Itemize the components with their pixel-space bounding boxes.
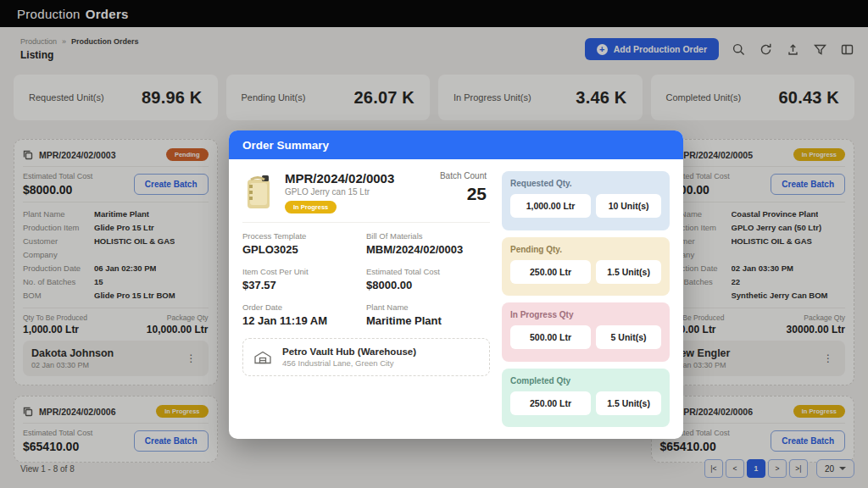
field-estimated-total-cost: Estimated Total Cost $8000.00 xyxy=(366,267,490,291)
qty-pill: 250.00 Ltr xyxy=(510,260,591,284)
panel-label: Pending Qty. xyxy=(510,245,661,254)
units-pill: 10 Unit(s) xyxy=(596,194,661,218)
qty-pill: 1,000.00 Ltr xyxy=(510,194,591,218)
jerry-can-product-image xyxy=(242,171,276,212)
warehouse-box: Petro Vault Hub (Warehouse) 456 Industri… xyxy=(242,338,490,376)
field-bill-of-materials: Bill Of Materials MBM/2024/02/0003 xyxy=(366,231,490,256)
modal-status-badge: In Progress xyxy=(285,201,337,214)
field-order-date: Order Date 12 Jan 11:19 AM xyxy=(242,302,366,327)
warehouse-name: Petro Vault Hub (Warehouse) xyxy=(282,347,416,357)
field-label: Item Cost Per Unit xyxy=(242,267,366,276)
warehouse-address: 456 Industrial Lane, Green City xyxy=(282,358,416,368)
field-value: Maritime Plant xyxy=(366,314,490,327)
modal-product-name: GPLO Jerry can 15 Ltr xyxy=(285,187,431,197)
warehouse-icon xyxy=(253,350,272,365)
field-value: MBM/2024/02/0003 xyxy=(366,243,490,256)
qty-pill: 500.00 Ltr xyxy=(510,325,591,349)
completed-qty-panel: Completed Qty 250.00 Ltr 1.5 Unit(s) xyxy=(502,369,670,428)
units-pill: 1.5 Unit(s) xyxy=(596,391,661,415)
field-value: $37.57 xyxy=(242,279,366,291)
qty-pill: 250.00 Ltr xyxy=(510,391,591,415)
field-value: GPLO3025 xyxy=(242,243,366,256)
requested-qty-panel: Requested Qty. 1,000.00 Ltr 10 Unit(s) xyxy=(502,171,670,230)
panel-label: Requested Qty. xyxy=(510,179,661,188)
batch-count-label: Batch Count xyxy=(440,171,487,180)
order-summary-modal: Order Summary MPR/2024/02/0003 xyxy=(229,130,683,439)
field-value: $8000.00 xyxy=(366,279,490,291)
modal-order-code: MPR/2024/02/0003 xyxy=(285,171,431,186)
pending-qty-panel: Pending Qty. 250.00 Ltr 1.5 Unit(s) xyxy=(502,237,670,297)
production-orders-screen: Production Orders Production » Productio… xyxy=(0,0,868,488)
field-label: Estimated Total Cost xyxy=(366,267,490,276)
panel-label: In Progress Qty xyxy=(510,310,661,319)
batch-count-value: 25 xyxy=(440,184,487,204)
field-label: Process Template xyxy=(242,231,366,241)
units-pill: 5 Unit(s) xyxy=(596,325,661,349)
units-pill: 1.5 Unit(s) xyxy=(596,260,661,284)
field-item-cost: Item Cost Per Unit $37.57 xyxy=(242,267,366,291)
in-progress-qty-panel: In Progress Qty 500.00 Ltr 5 Unit(s) xyxy=(502,302,670,362)
modal-header: Order Summary xyxy=(229,130,683,159)
field-label: Order Date xyxy=(242,302,366,312)
field-value: 12 Jan 11:19 AM xyxy=(242,314,366,327)
field-label: Bill Of Materials xyxy=(366,231,490,241)
field-plant-name: Plant Name Maritime Plant xyxy=(366,302,490,327)
panel-label: Completed Qty xyxy=(510,376,661,385)
modal-title: Order Summary xyxy=(242,139,329,152)
field-label: Plant Name xyxy=(366,302,490,312)
field-process-template: Process Template GPLO3025 xyxy=(242,231,366,256)
